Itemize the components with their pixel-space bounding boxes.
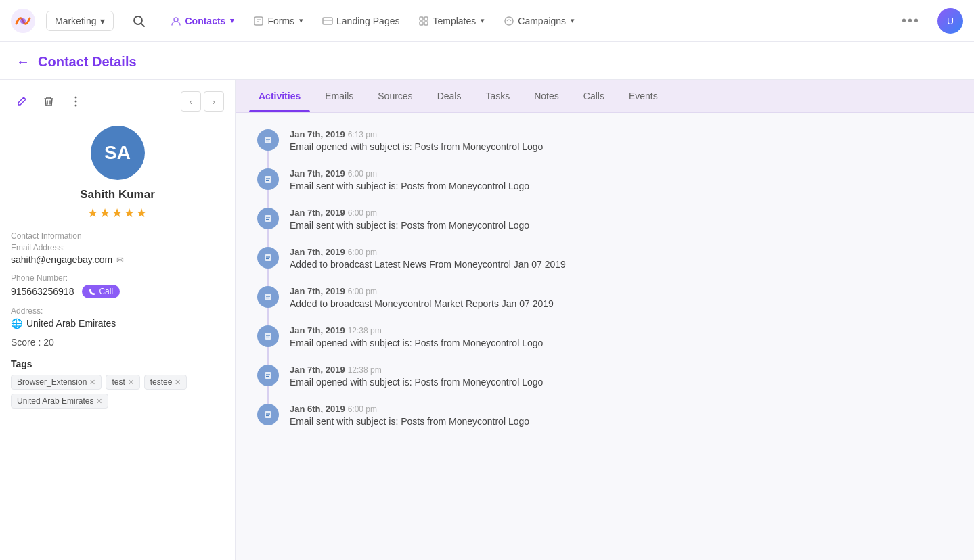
- tag-remove-button[interactable]: ✕: [89, 378, 95, 387]
- svg-rect-30: [265, 294, 271, 300]
- phone-icon: [89, 288, 96, 296]
- tags-heading: Tags: [11, 358, 224, 369]
- call-button[interactable]: Call: [82, 285, 120, 298]
- activity-text: Email opened with subject is: Posts from…: [290, 337, 952, 348]
- activity-item: Jan 7th, 20196:00 pm Added to broadcast …: [257, 247, 952, 270]
- nav-item-forms[interactable]: Forms ▾: [244, 10, 313, 32]
- nav-item-landing-pages[interactable]: Landing Pages: [313, 10, 409, 32]
- activity-date: Jan 7th, 20196:00 pm: [290, 286, 952, 296]
- templates-icon: [418, 16, 429, 26]
- contact-avatar-section: SA Sahith Kumar ★★★★★: [11, 126, 224, 220]
- page-title: Contact Details: [38, 54, 137, 70]
- contact-name: Sahith Kumar: [11, 188, 224, 202]
- nav-label-landing-pages: Landing Pages: [336, 16, 399, 26]
- tag-remove-button[interactable]: ✕: [128, 378, 134, 387]
- activity-date: Jan 7th, 201912:38 pm: [290, 365, 952, 375]
- svg-rect-5: [254, 17, 263, 25]
- activity-icon: [257, 247, 279, 269]
- tags-list: Browser_Extension✕test✕testee✕United Ara…: [11, 375, 224, 409]
- activity-icon: [257, 208, 279, 229]
- activity-text: Email sent with subject is: Posts from M…: [290, 416, 952, 427]
- app-logo[interactable]: [11, 9, 35, 33]
- nav-label-templates: Templates: [433, 16, 476, 26]
- campaigns-chevron-icon: ▾: [571, 16, 575, 25]
- activity-icon: [257, 129, 279, 151]
- activity-content: Jan 7th, 201912:38 pm Email opened with …: [290, 365, 952, 388]
- edit-button[interactable]: [11, 91, 32, 112]
- activity-timeline-line: [267, 346, 269, 365]
- svg-rect-21: [265, 176, 271, 183]
- user-avatar[interactable]: U: [937, 8, 963, 34]
- activity-timeline-line: [267, 385, 269, 404]
- activity-icon: [257, 286, 279, 308]
- tag-item: United Arab Emirates✕: [11, 394, 108, 409]
- svg-rect-36: [265, 372, 271, 379]
- workspace-selector[interactable]: Marketing ▾: [46, 11, 114, 31]
- prev-arrow-icon: ‹: [190, 97, 192, 107]
- svg-rect-13: [424, 22, 428, 25]
- avatar-initials: SA: [104, 142, 131, 164]
- tag-item: test✕: [106, 375, 139, 390]
- tab-sources[interactable]: Sources: [368, 80, 422, 112]
- search-button[interactable]: [127, 9, 150, 32]
- svg-point-14: [505, 17, 513, 25]
- tab-deals[interactable]: Deals: [428, 80, 471, 112]
- activity-item: Jan 7th, 20196:00 pm Email sent with sub…: [257, 208, 952, 231]
- tab-activities[interactable]: Activities: [249, 80, 310, 112]
- activity-timeline-line: [267, 228, 269, 247]
- score-value: Score : 20: [11, 337, 224, 348]
- activities-list: Jan 7th, 20196:13 pm Email opened with s…: [236, 113, 974, 459]
- tab-notes[interactable]: Notes: [525, 80, 569, 112]
- next-contact-button[interactable]: ›: [204, 91, 224, 112]
- tab-calls[interactable]: Calls: [574, 80, 614, 112]
- activity-content: Jan 7th, 20196:00 pm Added to broadcast …: [290, 247, 952, 270]
- nav-item-campaigns[interactable]: Campaigns ▾: [494, 10, 584, 32]
- email-value-row: sahith@engagebay.com ✉: [11, 254, 224, 265]
- prev-contact-button[interactable]: ‹: [181, 91, 201, 112]
- more-menu-button[interactable]: •••: [895, 13, 927, 28]
- svg-rect-10: [420, 17, 423, 20]
- tag-remove-button[interactable]: ✕: [175, 378, 181, 387]
- nav-label-contacts: Contacts: [185, 16, 225, 26]
- tag-label: United Arab Emirates: [17, 396, 93, 406]
- activity-content: Jan 7th, 201912:38 pm Email opened with …: [290, 325, 952, 348]
- activity-item: Jan 6th, 20196:00 pm Email sent with sub…: [257, 404, 952, 427]
- tag-label: Browser_Extension: [17, 377, 87, 387]
- contact-rating: ★★★★★: [11, 206, 224, 220]
- more-options-button[interactable]: [65, 91, 87, 112]
- activity-item: Jan 7th, 20196:13 pm Email opened with s…: [257, 129, 952, 152]
- forms-chevron-icon: ▾: [299, 16, 303, 25]
- forms-icon: [253, 16, 264, 26]
- nav-item-contacts[interactable]: Contacts ▾: [161, 10, 244, 32]
- phone-value: 915663256918: [11, 286, 74, 297]
- activity-timeline-line: [267, 189, 269, 208]
- svg-rect-18: [265, 137, 271, 143]
- svg-rect-39: [265, 411, 271, 418]
- workspace-chevron-icon: ▾: [100, 16, 105, 26]
- tab-tasks[interactable]: Tasks: [476, 80, 519, 112]
- tag-label: testee: [150, 377, 173, 387]
- activity-text: Added to broadcast Latest News From Mone…: [290, 259, 952, 270]
- next-arrow-icon: ›: [213, 97, 215, 107]
- more-vertical-icon: [74, 96, 77, 107]
- activity-date: Jan 7th, 20196:13 pm: [290, 129, 952, 139]
- nav-items: Contacts ▾ Forms ▾ Landing Pages: [161, 10, 889, 32]
- nav-item-templates[interactable]: Templates ▾: [409, 10, 494, 32]
- activity-text: Email opened with subject is: Posts from…: [290, 377, 952, 388]
- templates-chevron-icon: ▾: [481, 16, 485, 25]
- nav-label-forms: Forms: [267, 16, 294, 26]
- contact-sidebar: ‹ › SA Sahith Kumar ★★★★★ Contact Inform…: [0, 80, 236, 560]
- call-button-label: Call: [99, 287, 113, 296]
- address-value-row: 🌐 United Arab Emirates: [11, 318, 224, 329]
- activity-item: Jan 7th, 20196:00 pm Email sent with sub…: [257, 168, 952, 191]
- activity-text: Added to broadcast Moneycontrol Market R…: [290, 298, 952, 309]
- tag-remove-button[interactable]: ✕: [96, 397, 102, 406]
- tag-item: testee✕: [144, 375, 187, 390]
- tab-emails[interactable]: Emails: [315, 80, 363, 112]
- activity-text: Email opened with subject is: Posts from…: [290, 141, 952, 152]
- tab-events[interactable]: Events: [619, 80, 667, 112]
- delete-button[interactable]: [38, 91, 60, 112]
- phone-label: Phone Number:: [11, 273, 224, 283]
- back-button[interactable]: ←: [16, 54, 30, 70]
- trash-icon: [43, 96, 54, 107]
